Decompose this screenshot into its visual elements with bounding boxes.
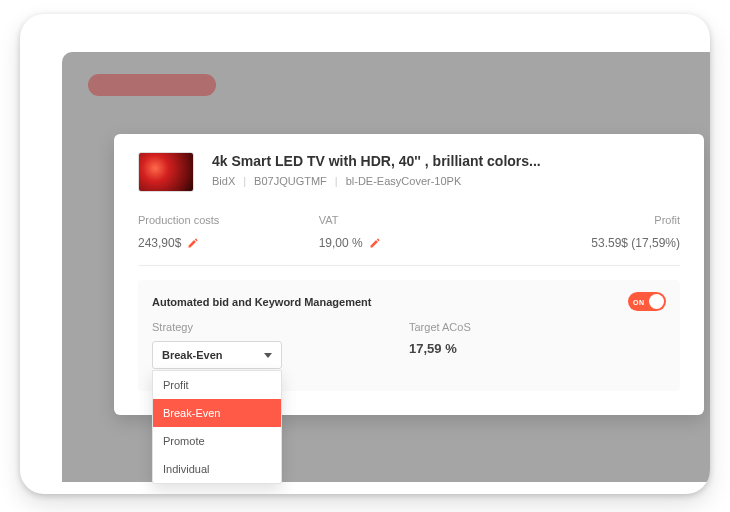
automation-section: Automated bid and Keyword Management ON … [138, 280, 680, 391]
product-meta: 4k Smart LED TV with HDR, 40'' , brillia… [212, 152, 680, 187]
toggle-knob [649, 294, 664, 309]
product-title: 4k Smart LED TV with HDR, 40'' , brillia… [212, 152, 680, 171]
metric-label: Production costs [138, 214, 319, 226]
product-thumbnail [138, 152, 194, 192]
metric-value: 53.59$ (17,59%) [499, 236, 680, 250]
production-costs-value: 243,90$ [138, 236, 181, 250]
separator: | [335, 175, 338, 187]
section-title: Automated bid and Keyword Management [152, 296, 371, 308]
target-acos-col: Target ACoS 17,59 % [409, 321, 666, 369]
product-card: 4k Smart LED TV with HDR, 40'' , brillia… [114, 134, 704, 415]
vat-value: 19,00 % [319, 236, 363, 250]
strategy-label: Strategy [152, 321, 409, 333]
metric-vat: VAT 19,00 % [319, 214, 500, 251]
target-acos-label: Target ACoS [409, 321, 666, 333]
product-asin: B07JQUGTMF [254, 175, 327, 187]
strategy-selected-value: Break-Even [162, 349, 223, 361]
product-header: 4k Smart LED TV with HDR, 40'' , brillia… [138, 152, 680, 192]
profit-value: 53.59$ (17,59%) [591, 236, 680, 250]
settings-row: Strategy Break-Even Profit Break-Even Pr… [152, 321, 666, 369]
metric-profit: Profit 53.59$ (17,59%) [499, 214, 680, 251]
placeholder-bar [88, 74, 216, 96]
metric-label: VAT [319, 214, 500, 226]
strategy-option-profit[interactable]: Profit [153, 371, 281, 399]
product-subline: BidX | B07JQUGTMF | bl-DE-EasyCover-10PK [212, 175, 680, 187]
chevron-down-icon [264, 353, 272, 358]
section-header: Automated bid and Keyword Management ON [152, 292, 666, 311]
strategy-select: Break-Even Profit Break-Even Promote Ind… [152, 341, 282, 369]
target-acos-value: 17,59 % [409, 341, 666, 356]
metric-production-costs: Production costs 243,90$ [138, 214, 319, 251]
product-sku: bl-DE-EasyCover-10PK [346, 175, 462, 187]
strategy-option-individual[interactable]: Individual [153, 455, 281, 483]
pencil-icon[interactable] [369, 237, 381, 249]
strategy-dropdown: Profit Break-Even Promote Individual [152, 370, 282, 484]
browser-chrome: 4k Smart LED TV with HDR, 40'' , brillia… [62, 52, 710, 482]
strategy-option-break-even[interactable]: Break-Even [153, 399, 281, 427]
strategy-col: Strategy Break-Even Profit Break-Even Pr… [152, 321, 409, 369]
metric-value: 243,90$ [138, 236, 199, 250]
strategy-select-button[interactable]: Break-Even [152, 341, 282, 369]
strategy-option-promote[interactable]: Promote [153, 427, 281, 455]
app-window: 4k Smart LED TV with HDR, 40'' , brillia… [20, 14, 710, 494]
metrics-row: Production costs 243,90$ VAT 19,00 % [138, 214, 680, 266]
automation-toggle[interactable]: ON [628, 292, 666, 311]
separator: | [243, 175, 246, 187]
toggle-on-label: ON [633, 298, 645, 305]
metric-label: Profit [499, 214, 680, 226]
metric-value: 19,00 % [319, 236, 381, 250]
pencil-icon[interactable] [187, 237, 199, 249]
product-brand: BidX [212, 175, 235, 187]
